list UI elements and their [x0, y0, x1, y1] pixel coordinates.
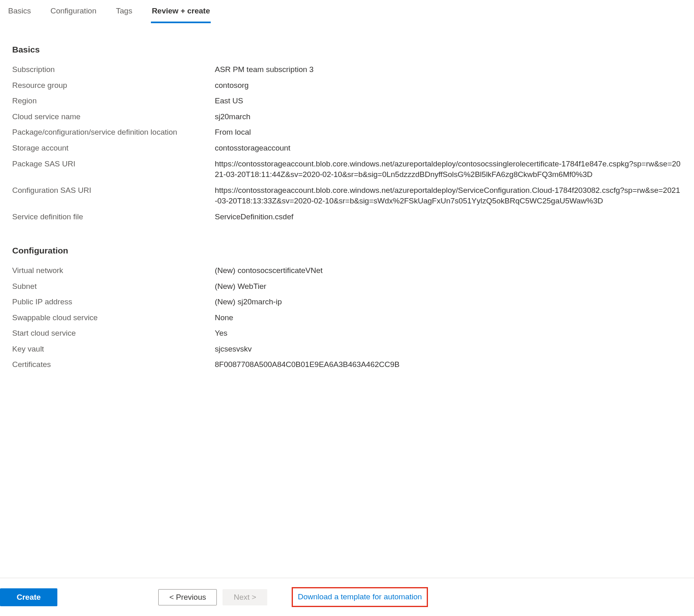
row-storage-account: Storage account contosstorageaccount: [12, 143, 682, 154]
value-swappable-cloud-service: None: [215, 312, 682, 323]
label-public-ip: Public IP address: [12, 297, 212, 308]
row-public-ip: Public IP address (New) sj20march-ip: [12, 297, 682, 308]
label-package-location: Package/configuration/service definition…: [12, 127, 212, 138]
label-start-cloud-service: Start cloud service: [12, 328, 212, 339]
wizard-footer: Create < Previous Next > Download a temp…: [0, 578, 694, 616]
section-title-configuration: Configuration: [12, 245, 682, 256]
value-package-sas-uri: https://contosstorageaccount.blob.core.w…: [215, 159, 682, 180]
row-cloud-service-name: Cloud service name sj20march: [12, 111, 682, 122]
value-region: East US: [215, 96, 682, 107]
label-cloud-service-name: Cloud service name: [12, 111, 212, 122]
row-package-location: Package/configuration/service definition…: [12, 127, 682, 138]
label-certificates: Certificates: [12, 359, 212, 370]
value-start-cloud-service: Yes: [215, 328, 682, 339]
row-virtual-network: Virtual network (New) contosocscertifica…: [12, 265, 682, 276]
wizard-tabs: Basics Configuration Tags Review + creat…: [0, 0, 694, 23]
row-region: Region East US: [12, 96, 682, 107]
row-subscription: Subscription ASR PM team subscription 3: [12, 64, 682, 75]
next-button: Next >: [223, 589, 267, 605]
row-service-definition-file: Service definition file ServiceDefinitio…: [12, 212, 682, 223]
label-key-vault: Key vault: [12, 344, 212, 355]
download-template-link[interactable]: Download a template for automation: [292, 587, 428, 607]
row-key-vault: Key vault sjcsesvskv: [12, 344, 682, 355]
section-title-basics: Basics: [12, 44, 682, 55]
label-virtual-network: Virtual network: [12, 265, 212, 276]
create-button[interactable]: Create: [0, 588, 57, 606]
value-package-location: From local: [215, 127, 682, 138]
value-cloud-service-name: sj20march: [215, 111, 682, 122]
value-config-sas-uri: https://contosstorageaccount.blob.core.w…: [215, 185, 682, 207]
label-subnet: Subnet: [12, 281, 212, 292]
tab-tags[interactable]: Tags: [115, 4, 133, 23]
previous-button[interactable]: < Previous: [158, 589, 217, 605]
row-subnet: Subnet (New) WebTier: [12, 281, 682, 292]
label-service-definition-file: Service definition file: [12, 212, 212, 223]
row-start-cloud-service: Start cloud service Yes: [12, 328, 682, 339]
value-certificates: 8F0087708A500A84C0B01E9EA6A3B463A462CC9B: [215, 359, 682, 370]
label-swappable-cloud-service: Swappable cloud service: [12, 312, 212, 323]
tab-review-create[interactable]: Review + create: [151, 4, 211, 23]
label-storage-account: Storage account: [12, 143, 212, 154]
value-service-definition-file: ServiceDefinition.csdef: [215, 212, 682, 223]
row-certificates: Certificates 8F0087708A500A84C0B01E9EA6A…: [12, 359, 682, 370]
value-storage-account: contosstorageaccount: [215, 143, 682, 154]
value-subnet: (New) WebTier: [215, 281, 682, 292]
row-resource-group: Resource group contosorg: [12, 80, 682, 91]
value-subscription: ASR PM team subscription 3: [215, 64, 682, 75]
row-config-sas-uri: Configuration SAS URI https://contosstor…: [12, 185, 682, 207]
value-resource-group: contosorg: [215, 80, 682, 91]
review-content: Basics Subscription ASR PM team subscrip…: [0, 23, 694, 578]
row-package-sas-uri: Package SAS URI https://contosstorageacc…: [12, 159, 682, 180]
label-region: Region: [12, 96, 212, 107]
label-resource-group: Resource group: [12, 80, 212, 91]
value-public-ip: (New) sj20march-ip: [215, 297, 682, 308]
tab-configuration[interactable]: Configuration: [50, 4, 97, 23]
label-subscription: Subscription: [12, 64, 212, 75]
row-swappable-cloud-service: Swappable cloud service None: [12, 312, 682, 323]
value-key-vault: sjcsesvskv: [215, 344, 682, 355]
value-virtual-network: (New) contosocscertificateVNet: [215, 265, 682, 276]
label-package-sas-uri: Package SAS URI: [12, 159, 212, 170]
label-config-sas-uri: Configuration SAS URI: [12, 185, 212, 196]
tab-basics[interactable]: Basics: [7, 4, 32, 23]
